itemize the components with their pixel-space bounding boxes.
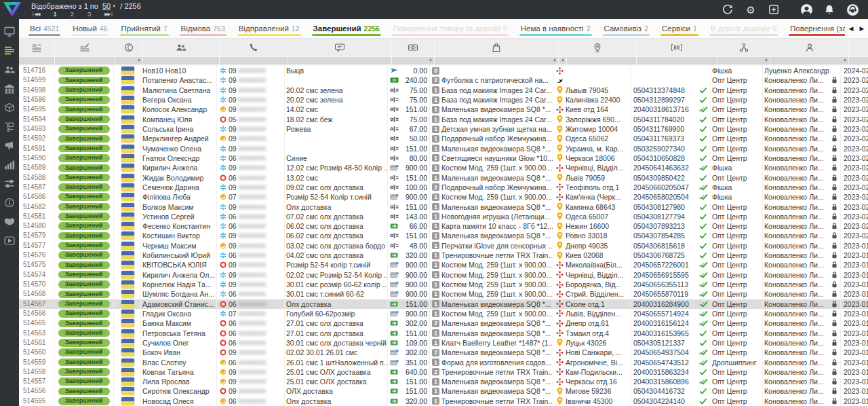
- column-header-date[interactable]: [849, 39, 868, 56]
- filter-input-name[interactable]: [143, 57, 219, 64]
- column-header-name[interactable]: [143, 39, 219, 56]
- filter-input-source[interactable]: ▼: [717, 57, 770, 64]
- column-header-ttn[interactable]: [637, 39, 717, 56]
- column-header-status[interactable]: [55, 39, 115, 56]
- page-button-1[interactable]: 1: [53, 10, 56, 18]
- user-avatar[interactable]: [795, 0, 818, 19]
- tabs-scroll-right-icon[interactable]: ▶: [860, 25, 865, 32]
- table-row[interactable]: 514558ЗавершенийКовпак Татьяна0988888882…: [19, 367, 868, 377]
- filter-input-status[interactable]: [55, 57, 115, 64]
- sidebar-item-video-tutorials[interactable]: [0, 231, 19, 250]
- tab-sent[interactable]: Відправлений12: [232, 19, 307, 38]
- table-row[interactable]: 514593ЗавершенийСольська Ірина098888888Р…: [19, 124, 868, 134]
- sidebar-item-procurement[interactable]: [0, 117, 19, 136]
- tab-on-way-home[interactable]: В дорозі додому0: [704, 19, 783, 38]
- table-row[interactable]: 514570ЗавершенийКорнелюк Надія Та...0988…: [19, 280, 868, 289]
- column-header-location[interactable]: [559, 39, 636, 56]
- table-row[interactable]: 514590ЗавершенийГнатюк Олексндр068888888…: [19, 153, 868, 163]
- filter-input-flag[interactable]: ▼: [115, 57, 142, 64]
- tabs-scroll-left-icon[interactable]: ◀: [849, 25, 854, 32]
- sidebar-item-products[interactable]: [0, 98, 19, 117]
- add-order-icon[interactable]: [762, 0, 785, 19]
- filter-input-location[interactable]: [567, 57, 636, 64]
- table-row[interactable]: 514594ЗавершенийКомпанец Юля05888888818.…: [19, 115, 868, 124]
- filter-input-phone[interactable]: [220, 57, 288, 64]
- sidebar-item-settings[interactable]: [0, 174, 19, 193]
- per-page-dropdown[interactable]: 50▼: [102, 2, 116, 10]
- table-row[interactable]: 514592ЗавершенийМерклингер Андрей0988888…: [19, 134, 868, 143]
- bell-icon[interactable]: [818, 0, 841, 19]
- tab-services[interactable]: Сервіси1: [655, 19, 704, 38]
- column-header-flag[interactable]: [115, 39, 142, 56]
- table-row[interactable]: 514595ЗавершенийКолосок Александр0988888…: [19, 105, 868, 114]
- table-row[interactable]: 514576ЗавершенийКобилинський Юрий0688888…: [19, 251, 868, 260]
- support-headset-icon[interactable]: [841, 0, 864, 19]
- filter-input-manager[interactable]: ▼: [770, 57, 848, 64]
- tab-return-in-transit[interactable]: Повернення товару (в дорозі)0: [387, 19, 514, 38]
- table-row[interactable]: 514716ЗавершенийНов10 Нов10098888888Выцв…: [19, 66, 868, 75]
- column-header-comment[interactable]: [288, 39, 391, 56]
- sidebar-item-dashboard[interactable]: [0, 22, 19, 41]
- column-header-source[interactable]: [717, 39, 770, 56]
- column-header-product[interactable]: [435, 39, 558, 56]
- sidebar-item-info[interactable]: [0, 193, 19, 212]
- table-row[interactable]: 514580ЗавершенийФесенко Константин068888…: [19, 221, 868, 231]
- table-row[interactable]: 514581ЗавершенийУстинов Сергей0688888880…: [19, 212, 868, 221]
- table-row[interactable]: 514599ЗавершенийПотапенко Анастас...0988…: [19, 75, 868, 85]
- table-row[interactable]: 514556ЗавершенийСиротюк Олександр0988888…: [19, 386, 868, 396]
- tab-accepted[interactable]: Прийнятий7: [115, 19, 174, 38]
- table-row[interactable]: 514565ЗавершенийБаюка Максим06888888827.…: [19, 318, 868, 328]
- table-row[interactable]: 514574ЗавершенийКирилич Анжела Ол...0988…: [19, 270, 868, 280]
- first-page-button[interactable]: ❘◀◀: [31, 12, 39, 17]
- tab-new[interactable]: Новый46: [66, 19, 114, 38]
- refresh-icon[interactable]: [716, 0, 739, 19]
- column-header-money[interactable]: [392, 39, 434, 56]
- filter-dropdown-location-carrier[interactable]: ▼: [559, 57, 566, 64]
- sidebar-item-orders[interactable]: [0, 41, 19, 60]
- page-button-3[interactable]: 3: [87, 10, 91, 18]
- table-row[interactable]: 514560ЗавершенийБокоч Иван09888888802.02…: [19, 348, 868, 357]
- table-row[interactable]: 514582ЗавершенийВолков Максим098888888Ол…: [19, 202, 868, 211]
- table-row[interactable]: 514566ЗавершенийГладик Оксана078888888Го…: [19, 309, 868, 318]
- tab-declined[interactable]: Відмова763: [174, 19, 232, 38]
- table-row[interactable]: 514587ЗавершенийСеменюк Дарина0988888880…: [19, 183, 868, 192]
- table-row[interactable]: 514575ЗавершенийКВІТОВСЬКА ЮЛІЯ098888888…: [19, 260, 868, 270]
- sidebar-item-partners[interactable]: [0, 212, 19, 231]
- sidebar-item-clients[interactable]: [0, 60, 19, 79]
- table-row[interactable]: 514596ЗавершенийВегера Оксана09888888820…: [19, 95, 868, 105]
- table-row[interactable]: 514567ЗавершенийАдамовский Станис...0688…: [19, 299, 868, 309]
- page-button-2[interactable]: 2: [71, 10, 74, 18]
- table-row[interactable]: 514555ЗавершенийНовосад Олеся068888888Ол…: [19, 396, 868, 406]
- table-row[interactable]: 514588ЗавершенийЖидак Володимир068888888…: [19, 172, 868, 182]
- app-logo-icon[interactable]: [2, 1, 22, 18]
- filter-input-comment[interactable]: [288, 57, 391, 64]
- table-row[interactable]: 514586ЗавершенийФіліпова Люба078888888Ро…: [19, 192, 868, 202]
- table-row[interactable]: 514568ЗавершенийШумляс Богдана Ан...0688…: [19, 289, 868, 299]
- table-row[interactable]: 514557ЗавершенийЛила Ярослав09888888825.…: [19, 377, 868, 386]
- table-row[interactable]: 514589ЗавершенийКирилич Анжела0988888881…: [19, 163, 868, 172]
- tab-out-of-stock[interactable]: Нема в наявності2: [514, 19, 597, 38]
- gear-icon[interactable]: ⚙: [739, 0, 762, 19]
- column-header-manager[interactable]: [770, 39, 848, 56]
- table-row[interactable]: 514563ЗавершенийПетровська Тетяна0688888…: [19, 328, 868, 337]
- table-row[interactable]: 514579ЗавершенийКостишин Виктор098888888…: [19, 231, 868, 240]
- filter-input-id[interactable]: [19, 57, 54, 64]
- last-page-button[interactable]: ▶▶❘: [104, 12, 113, 17]
- tab-completed[interactable]: Завершений2256: [307, 19, 387, 38]
- table-row[interactable]: 514591ЗавершенийЧумаченко Олена098888888…: [19, 144, 868, 153]
- sidebar-item-warehouse[interactable]: [0, 79, 19, 98]
- tab-pickup[interactable]: Самовивіз2: [597, 19, 655, 38]
- column-header-id[interactable]: ID: [19, 39, 54, 56]
- sidebar-item-marketing[interactable]: [0, 136, 19, 155]
- filter-input-product[interactable]: ▼: [435, 57, 558, 64]
- column-header-phone[interactable]: [220, 39, 288, 56]
- filter-input-ttn[interactable]: [637, 57, 717, 64]
- tab-all[interactable]: Всі4521: [23, 19, 66, 38]
- table-row[interactable]: 514559ЗавершенийВлас Слотюу06888888826.0…: [19, 357, 868, 367]
- filter-input-money[interactable]: ▼: [392, 57, 434, 64]
- table-row[interactable]: 514577ЗавершенийЧерниш Максим09888888803…: [19, 241, 868, 251]
- table-row[interactable]: 514561ЗавершенийСучилов Олег06888888830.…: [19, 338, 868, 348]
- table-row[interactable]: 514598ЗавершенийМалютина Светлана0988888…: [19, 86, 868, 95]
- filter-input-date[interactable]: [849, 57, 868, 64]
- sidebar-item-statistics[interactable]: [0, 155, 19, 174]
